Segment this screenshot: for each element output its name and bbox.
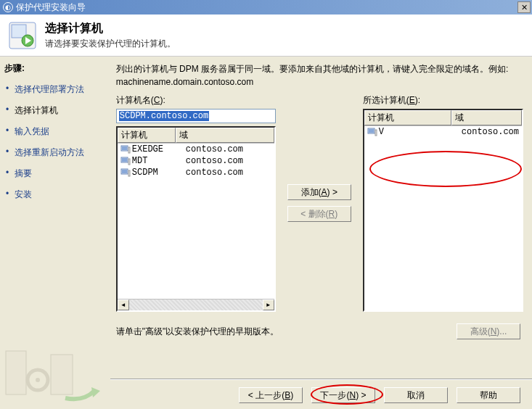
step-5[interactable]: 安装 (4, 184, 106, 205)
available-list[interactable]: 计算机 域 EXEDGEcontoso.comMDTcontoso.comSCD… (116, 126, 276, 312)
step-3[interactable]: 选择重新启动方法 (4, 142, 106, 163)
wizard-banner: 选择计算机 请选择要安装保护代理的计算机。 (0, 15, 532, 57)
available-row[interactable]: MDTcontoso.com (118, 155, 274, 167)
sidebar-decoration (0, 329, 110, 409)
instruction-text: 列出的计算机与 DPM 服务器属于同一域。要添加来自其他域的计算机，请键入完全限… (116, 62, 523, 88)
step-0[interactable]: 选择代理部署方法 (4, 79, 106, 100)
add-button[interactable]: 添加(A) > (287, 184, 351, 200)
svg-rect-5 (51, 355, 73, 394)
advanced-button[interactable]: 高级(N)... (457, 323, 520, 339)
computer-icon (120, 157, 131, 165)
available-row[interactable]: EXEDGEcontoso.com (118, 144, 274, 155)
available-list-header: 计算机 域 (118, 128, 274, 144)
separator (110, 379, 532, 380)
selected-label: 所选计算机(E): (363, 94, 523, 107)
close-button[interactable]: ✕ (517, 1, 531, 13)
next-button[interactable]: 下一步(N) > (311, 387, 375, 403)
svg-rect-11 (128, 147, 130, 153)
back-button[interactable]: < 上一步(B) (239, 387, 303, 403)
svg-rect-13 (122, 158, 127, 162)
computer-icon (120, 145, 131, 154)
computer-name-input[interactable]: SCDPM.contoso.com (116, 109, 276, 123)
help-button[interactable]: 帮助 (457, 387, 520, 403)
step-4[interactable]: 摘要 (4, 163, 106, 184)
page-heading: 选择计算机 (45, 21, 176, 36)
svg-rect-16 (122, 170, 127, 173)
step-2[interactable]: 输入凭据 (4, 121, 106, 142)
available-row[interactable]: SCDPMcontoso.com (118, 167, 274, 178)
cancel-button[interactable]: 取消 (384, 387, 448, 403)
step-1[interactable]: 选择计算机 (4, 100, 106, 121)
title-bar: ◐ 保护代理安装向导 ✕ (0, 0, 532, 15)
advanced-hint: 请单击"高级"以安装保护代理的早期版本。 (116, 326, 442, 338)
svg-rect-19 (369, 129, 374, 133)
window-title: 保护代理安装向导 (16, 1, 86, 14)
computer-name-value: SCDPM.contoso.com (119, 111, 209, 121)
steps-sidebar: 步骤: 选择代理部署方法选择计算机输入凭据选择重新启动方法摘要安装 (0, 57, 110, 409)
svg-point-7 (36, 378, 40, 382)
main-panel: 列出的计算机与 DPM 服务器属于同一域。要添加来自其他域的计算机，请键入完全限… (110, 57, 532, 409)
svg-rect-17 (128, 170, 130, 176)
remove-button[interactable]: < 删除(R) (287, 206, 351, 222)
selected-list-header: 计算机 域 (364, 110, 522, 126)
computer-icon (367, 128, 377, 136)
svg-rect-10 (122, 146, 127, 150)
scroll-right-button[interactable]: ► (263, 299, 274, 310)
selected-list[interactable]: 计算机 域 Vcontoso.com (363, 109, 523, 312)
steps-header: 步骤: (4, 62, 106, 75)
svg-rect-14 (128, 159, 130, 165)
svg-rect-4 (6, 351, 26, 394)
selected-row[interactable]: Vcontoso.com (364, 126, 522, 138)
scroll-left-button[interactable]: ◄ (118, 299, 129, 310)
app-icon: ◐ (3, 2, 13, 12)
wizard-icon (7, 20, 38, 51)
svg-marker-8 (91, 387, 100, 397)
available-label: 计算机名(C): (116, 94, 276, 107)
svg-rect-20 (375, 130, 377, 136)
computer-icon (120, 168, 131, 177)
button-bar: < 上一步(B) 下一步(N) > 取消 帮助 (110, 387, 532, 403)
horizontal-scrollbar[interactable]: ◄ ► (118, 299, 274, 310)
page-subtitle: 请选择要安装保护代理的计算机。 (45, 38, 176, 50)
